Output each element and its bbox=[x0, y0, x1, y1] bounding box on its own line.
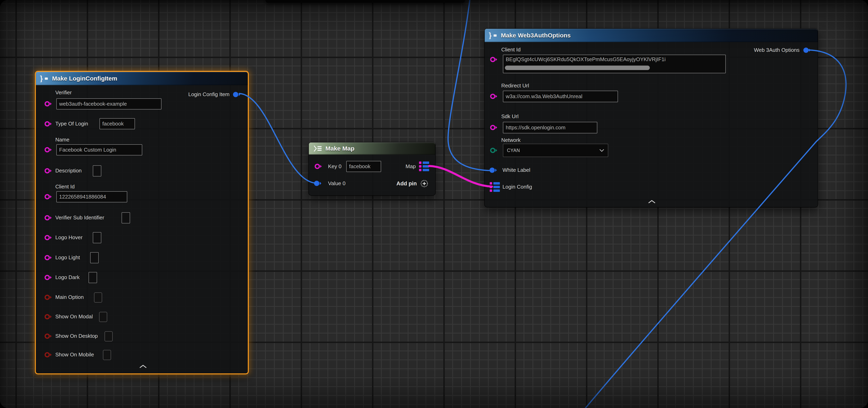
pin-verifier-sub-identifier[interactable] bbox=[44, 214, 52, 222]
node-make-web3authoptions[interactable]: } Make Web3AuthOptions Web 3Auth Options… bbox=[484, 28, 818, 207]
pin-show-on-modal[interactable] bbox=[44, 313, 52, 320]
verifier-input[interactable]: web3auth-facebook-example bbox=[56, 98, 161, 109]
pin-sdk-url[interactable] bbox=[490, 124, 498, 131]
pin-login-config-item-output[interactable] bbox=[233, 91, 241, 98]
pin-label-logo-light: Logo Light bbox=[55, 254, 80, 261]
collapse-node-chevron-icon[interactable] bbox=[138, 364, 148, 368]
pin-client-id[interactable] bbox=[44, 193, 52, 200]
wire-loginconfigitem-to-map-value0[interactable] bbox=[239, 94, 316, 183]
svg-text:}: } bbox=[489, 32, 492, 39]
redirect-url-input[interactable]: w3a://com.w3a.Web3AuthUnreal bbox=[503, 91, 618, 102]
node-title: Make LoginConfigItem bbox=[52, 75, 117, 82]
pin-label-white-label: White Label bbox=[502, 167, 530, 173]
pin-label-map-output: Map bbox=[405, 163, 416, 169]
pin-label-logo-dark: Logo Dark bbox=[55, 274, 80, 280]
pin-label-value-0: Value 0 bbox=[328, 180, 345, 186]
logo-hover-input[interactable] bbox=[93, 232, 101, 243]
pin-name[interactable] bbox=[44, 146, 52, 154]
pin-label-name: Name bbox=[55, 137, 69, 143]
network-dropdown[interactable]: CYAN bbox=[503, 144, 608, 157]
pin-map-output[interactable] bbox=[419, 162, 430, 171]
pin-label-verifier-sub-identifier: Verifier Sub Identifier bbox=[55, 214, 104, 220]
pin-label-client-id: Client Id bbox=[55, 183, 74, 190]
node-header-make-map[interactable]: Make Map bbox=[309, 142, 435, 155]
pin-web3auth-options-output[interactable] bbox=[803, 46, 811, 54]
pin-label-login-config-item: Login Config Item bbox=[188, 91, 229, 97]
pin-white-label[interactable] bbox=[489, 167, 497, 174]
node-make-map[interactable]: Make Map Key 0 facebook Map Value 0 Add … bbox=[308, 142, 436, 196]
show-on-mobile-checkbox[interactable] bbox=[103, 350, 111, 360]
pin-show-on-desktop[interactable] bbox=[44, 333, 52, 340]
add-pin-label: Add pin bbox=[397, 180, 417, 187]
node-make-loginconfigitem[interactable]: } Make LoginConfigItem Login Config Item… bbox=[35, 71, 249, 374]
pin-label-type-of-login: Type Of Login bbox=[55, 121, 88, 127]
node-title: Make Map bbox=[326, 145, 354, 152]
network-dropdown-value: CYAN bbox=[507, 148, 520, 153]
collapse-node-chevron-icon[interactable] bbox=[647, 200, 656, 204]
pin-key-0[interactable] bbox=[314, 163, 322, 170]
pin-client-id[interactable] bbox=[490, 56, 498, 63]
pin-login-config[interactable] bbox=[490, 182, 500, 192]
logo-light-input[interactable] bbox=[90, 252, 99, 263]
svg-text:}: } bbox=[40, 75, 43, 82]
pin-label-network: Network bbox=[501, 137, 521, 143]
pin-network[interactable] bbox=[490, 147, 498, 154]
key-0-input[interactable]: facebook bbox=[346, 161, 381, 172]
verifier-sub-identifier-input[interactable] bbox=[122, 212, 130, 224]
pin-label-verifier: Verifier bbox=[55, 90, 72, 96]
client-id-input[interactable]: 1222658941886084 bbox=[56, 191, 127, 202]
show-on-modal-checkbox[interactable] bbox=[99, 312, 107, 322]
blueprint-graph-canvas[interactable]: } Make LoginConfigItem Login Config Item… bbox=[0, 0, 868, 408]
pin-verifier[interactable] bbox=[44, 100, 52, 107]
chevron-down-icon bbox=[599, 149, 604, 152]
name-input[interactable]: Facebook Custom Login bbox=[56, 144, 142, 156]
pin-show-on-mobile[interactable] bbox=[44, 351, 52, 359]
pin-label-show-on-desktop: Show On Desktop bbox=[55, 333, 98, 339]
pin-label-show-on-modal: Show On Modal bbox=[55, 313, 93, 319]
pin-label-main-option: Main Option bbox=[55, 294, 84, 300]
pin-label-logo-hover: Logo Hover bbox=[55, 234, 83, 240]
logo-dark-input[interactable] bbox=[89, 272, 97, 283]
add-pin-button[interactable]: Add pin bbox=[397, 179, 429, 188]
wire-map-to-login-config[interactable] bbox=[429, 166, 492, 186]
pin-description[interactable] bbox=[44, 167, 52, 174]
node-title: Make Web3AuthOptions bbox=[501, 32, 570, 39]
client-id-scrollbar[interactable] bbox=[505, 66, 650, 70]
node-header-make-web3authoptions[interactable]: } Make Web3AuthOptions bbox=[485, 29, 818, 42]
main-option-checkbox[interactable] bbox=[94, 293, 102, 303]
make-struct-icon: } bbox=[489, 32, 498, 39]
pin-value-0[interactable] bbox=[314, 180, 321, 187]
pin-logo-dark[interactable] bbox=[44, 274, 52, 281]
pin-redirect-url[interactable] bbox=[490, 93, 498, 100]
pin-main-option[interactable] bbox=[44, 294, 52, 301]
pin-label-sdk-url: Sdk Url bbox=[501, 113, 519, 120]
pin-label-show-on-mobile: Show On Mobile bbox=[55, 351, 94, 358]
pin-label-client-id: Client Id bbox=[501, 46, 521, 53]
add-pin-icon bbox=[420, 179, 429, 188]
pin-label-key-0: Key 0 bbox=[328, 163, 342, 169]
description-input[interactable] bbox=[93, 165, 101, 176]
pin-label-redirect-url: Redirect Url bbox=[501, 82, 529, 89]
pin-label-description: Description bbox=[55, 168, 82, 174]
pin-logo-hover[interactable] bbox=[44, 234, 52, 241]
pin-logo-light[interactable] bbox=[44, 254, 52, 261]
client-id-input[interactable]: BEglQSgt4cUWcj6SKRdu5QkOXTsePmMcusG5EAoy… bbox=[503, 55, 726, 73]
make-struct-icon: } bbox=[40, 75, 49, 82]
pin-type-of-login[interactable] bbox=[44, 120, 52, 128]
pin-label-web3auth-options: Web 3Auth Options bbox=[754, 47, 800, 53]
pin-label-login-config: Login Config bbox=[502, 184, 532, 190]
node-header-make-loginconfigitem[interactable]: } Make LoginConfigItem bbox=[36, 72, 248, 85]
make-map-icon bbox=[313, 145, 322, 152]
offscreen-node-top[interactable] bbox=[266, 0, 465, 3]
show-on-desktop-checkbox[interactable] bbox=[104, 331, 113, 341]
sdk-url-input[interactable]: https://sdk.openlogin.com bbox=[503, 122, 597, 133]
type-of-login-input[interactable]: facebook bbox=[99, 118, 135, 129]
